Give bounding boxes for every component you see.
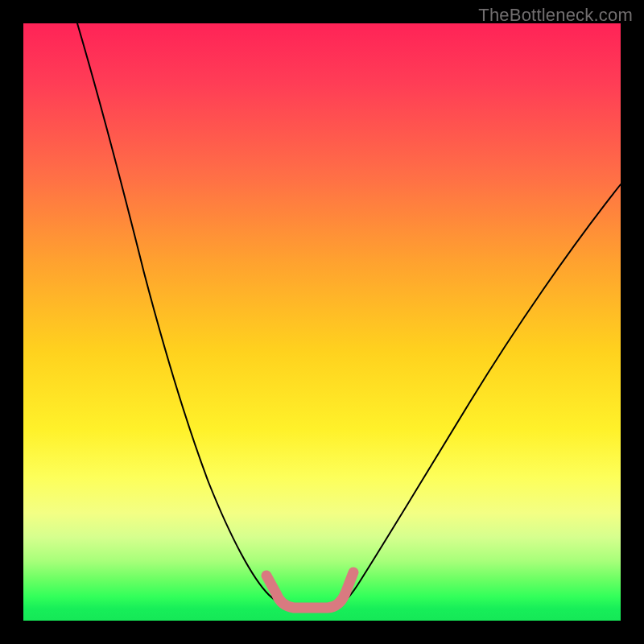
watermark-text: TheBottleneck.com (478, 5, 633, 26)
curve-layer (23, 23, 621, 621)
bottleneck-curve (77, 23, 621, 609)
plot-area (23, 23, 621, 621)
optimal-zone-marker (266, 572, 353, 608)
chart-frame: TheBottleneck.com (0, 0, 644, 644)
